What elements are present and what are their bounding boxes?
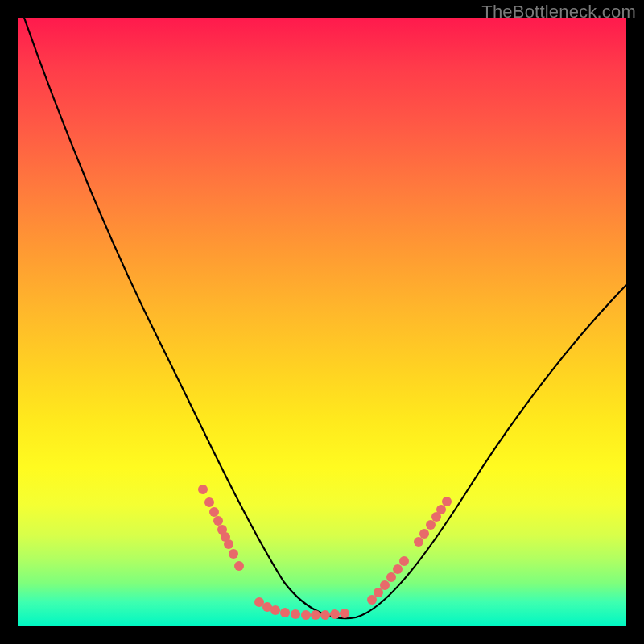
highlight-dots <box>198 485 452 620</box>
svg-point-13 <box>291 609 300 619</box>
svg-point-1 <box>204 497 214 507</box>
bottleneck-curve <box>18 18 626 626</box>
svg-point-17 <box>330 609 340 619</box>
svg-point-9 <box>254 597 264 607</box>
svg-point-11 <box>270 605 280 615</box>
svg-point-7 <box>229 549 238 559</box>
svg-point-22 <box>386 572 396 582</box>
svg-point-15 <box>311 610 320 620</box>
svg-point-20 <box>374 588 383 597</box>
svg-point-23 <box>393 564 402 574</box>
svg-point-12 <box>280 608 290 617</box>
svg-point-26 <box>419 529 429 539</box>
page-frame: TheBottleneck.com <box>0 0 644 644</box>
svg-point-27 <box>426 520 436 530</box>
svg-point-25 <box>414 537 423 547</box>
svg-point-14 <box>301 610 311 620</box>
svg-point-6 <box>224 539 233 549</box>
svg-point-24 <box>399 556 409 566</box>
svg-point-19 <box>367 595 377 605</box>
svg-point-0 <box>198 485 208 494</box>
curve-path <box>24 18 626 618</box>
svg-point-21 <box>380 580 390 590</box>
svg-point-16 <box>320 610 330 620</box>
svg-point-30 <box>442 497 452 506</box>
svg-point-2 <box>209 507 219 517</box>
svg-point-18 <box>340 609 349 618</box>
svg-point-3 <box>213 516 223 526</box>
chart-plot-area <box>18 18 626 626</box>
svg-point-29 <box>436 505 446 514</box>
svg-point-8 <box>234 561 244 571</box>
